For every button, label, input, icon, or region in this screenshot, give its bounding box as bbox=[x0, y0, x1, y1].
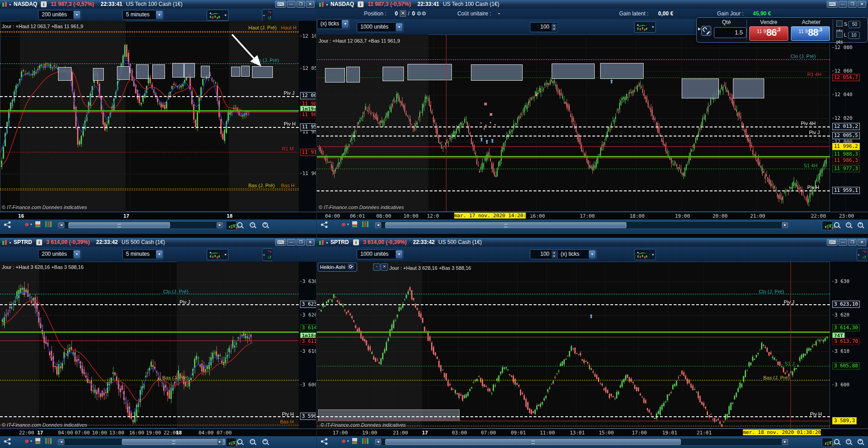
trader-icon[interactable]: ☻▼ bbox=[24, 438, 33, 444]
candles-canvas[interactable] bbox=[0, 262, 299, 429]
titlebar[interactable]: ▼ SPTRD i 3 614,00 (-0,39%) 22:33:42 US … bbox=[0, 238, 316, 247]
positions-icon[interactable] bbox=[362, 221, 369, 227]
buy-button[interactable]: 11 988,3 bbox=[791, 26, 830, 41]
maximize-button[interactable]: ❐ bbox=[296, 239, 305, 246]
time-axis[interactable]: 04:0006:0108:0010:0012:016:0017:0018:001… bbox=[317, 212, 868, 219]
chart-settings-button[interactable] bbox=[226, 438, 237, 447]
add-indicator-button[interactable]: + bbox=[373, 263, 380, 271]
scroll-left-icon[interactable]: ◀ bbox=[58, 222, 64, 228]
minimize-button[interactable]: — bbox=[839, 1, 847, 8]
gray-measure-bar[interactable] bbox=[318, 409, 460, 421]
chart-scrollbar[interactable]: ◀ ▶ bbox=[374, 221, 789, 229]
gear-icon[interactable]: ⚙⚙ bbox=[417, 10, 427, 17]
price-axis[interactable]: 3 6303 6203 6103 6003 623,103 614,3074T3… bbox=[832, 262, 867, 429]
orders-list-icon[interactable] bbox=[352, 221, 357, 227]
info-icon[interactable]: i bbox=[36, 239, 42, 245]
up-arrow-icon[interactable]: ▲ bbox=[552, 251, 557, 254]
zoom-in-icon[interactable]: + bbox=[857, 438, 864, 446]
tick-count-stepper[interactable]: 100▲▼ bbox=[530, 22, 558, 32]
titlebar[interactable]: ▼ NASDAQ i 11 987,3 (-0,57%) 22:33:41 US… bbox=[0, 0, 316, 9]
chart-area[interactable]: Clo (J. Pré)Piv JS1 JBas (J. Pré)Piv H⬆J… bbox=[317, 262, 868, 429]
time-axis[interactable]: 161718 bbox=[0, 212, 316, 219]
titlebar[interactable]: ▼ NASDAQ i 11 987,3 (-0,57%) 22:33:41 US… bbox=[317, 0, 868, 9]
scroll-left-icon[interactable]: ◀ bbox=[375, 222, 381, 228]
trader-icon[interactable]: ☻▼ bbox=[24, 221, 33, 228]
zoom-out-icon[interactable]: − bbox=[249, 222, 257, 229]
keyboard-icon[interactable]: ⌨ bbox=[827, 1, 838, 8]
info-icon[interactable]: i bbox=[358, 1, 364, 7]
trader-icon[interactable]: ☻▼ bbox=[340, 438, 349, 444]
limit-checkbox[interactable] bbox=[836, 31, 843, 38]
down-arrow-icon[interactable]: ▼ bbox=[552, 254, 557, 258]
chart-scrollbar[interactable]: ◀ ▶ bbox=[374, 438, 789, 446]
orders-list-icon[interactable] bbox=[35, 438, 40, 444]
expand-icon[interactable]: ▶ bbox=[698, 27, 701, 31]
up-arrow-icon[interactable]: ▲ bbox=[552, 24, 557, 27]
positions-icon[interactable] bbox=[45, 438, 52, 444]
zoom-out-icon[interactable]: − bbox=[249, 438, 257, 446]
scrollbar-thumb[interactable] bbox=[68, 222, 170, 228]
chart-type-button[interactable]: +↓▼ bbox=[207, 249, 228, 260]
scroll-right-icon[interactable]: ▶ bbox=[782, 439, 788, 445]
trader-icon[interactable]: ☻▼ bbox=[340, 221, 349, 228]
chart-area[interactable]: Clo (J. Pré)R1 4HPiv 4HPiv JS1 4HPiv H✖✖… bbox=[317, 34, 868, 212]
zoom-in-icon[interactable]: + bbox=[262, 222, 269, 229]
candles-canvas[interactable] bbox=[317, 34, 830, 212]
zoom-out-icon[interactable]: − bbox=[845, 222, 853, 229]
titlebar[interactable]: ▼ SPTRD i 3 614,00 (-0,39%) 22:33:42 US … bbox=[317, 238, 868, 247]
down-arrow-icon[interactable]: ▼ bbox=[552, 27, 557, 31]
tick-unit-select[interactable]: (x) ticks▼ bbox=[557, 249, 596, 259]
minimize-button[interactable]: — bbox=[839, 239, 847, 246]
orders-list-icon[interactable] bbox=[352, 438, 357, 444]
wrench-icon[interactable] bbox=[701, 26, 711, 36]
chart-settings-button[interactable] bbox=[822, 221, 833, 230]
units-select[interactable]: 1000 unités▼ bbox=[357, 22, 403, 32]
close-button[interactable]: ✕ bbox=[306, 1, 315, 8]
minimize-button[interactable]: — bbox=[287, 1, 296, 8]
scroll-left-icon[interactable]: ◀ bbox=[58, 439, 64, 445]
share-icon[interactable] bbox=[4, 221, 11, 228]
scroll-left-icon[interactable]: ◀ bbox=[375, 439, 381, 445]
candles-canvas[interactable] bbox=[317, 262, 830, 429]
time-axis[interactable]: 22:001704:0007:0010:0013:0016:0019:0022:… bbox=[0, 429, 316, 436]
sell-button[interactable]: 11 986,3 bbox=[749, 26, 788, 41]
share-icon[interactable] bbox=[4, 438, 11, 445]
zoom-in-icon[interactable]: + bbox=[857, 222, 864, 229]
orders-list-icon[interactable] bbox=[35, 221, 40, 227]
chart-area[interactable]: Haut (J. Pré)Haut HClo (J. Pré)Piv JPiv … bbox=[0, 21, 316, 212]
chevron-down-icon[interactable]: ▼ bbox=[325, 241, 329, 244]
zoom-fit-icon[interactable] bbox=[834, 438, 841, 446]
units-select[interactable]: 200 unités▼ bbox=[38, 10, 81, 20]
tab-heikin-ashi[interactable]: Heikin-Ashi bbox=[318, 263, 357, 272]
info-icon[interactable]: i bbox=[353, 239, 359, 245]
close-button[interactable]: ✕ bbox=[858, 1, 866, 8]
timeframe-select[interactable]: 5 minutes▼ bbox=[122, 249, 164, 259]
share-icon[interactable] bbox=[320, 438, 328, 445]
indicator-tab[interactable]: ◂↷↺ bbox=[262, 9, 272, 22]
zoom-fit-icon[interactable] bbox=[834, 222, 841, 229]
share-icon[interactable] bbox=[320, 221, 328, 228]
zoom-out-icon[interactable]: − bbox=[845, 438, 853, 446]
zoom-fit-icon[interactable] bbox=[237, 222, 244, 229]
limit-value[interactable]: 10 bbox=[848, 32, 860, 39]
close-indicator-button[interactable]: ✕ bbox=[381, 263, 388, 271]
positions-icon[interactable] bbox=[45, 221, 52, 227]
chart-scrollbar[interactable]: ◀ ▶ bbox=[57, 221, 224, 229]
close-button[interactable]: ✕ bbox=[858, 239, 866, 246]
chart-settings-button[interactable] bbox=[822, 438, 833, 447]
keyboard-icon[interactable]: ⌨ bbox=[275, 239, 286, 246]
price-axis[interactable]: 3 6303 6203 6103 6003 623,103 614,301m18… bbox=[300, 262, 316, 429]
qty-input[interactable]: 1.5 bbox=[714, 27, 747, 38]
chart-settings-button[interactable] bbox=[226, 221, 237, 230]
scrollbar-thumb[interactable] bbox=[385, 222, 626, 228]
scroll-right-icon[interactable]: ▶ bbox=[782, 222, 788, 228]
chart-type-button[interactable]: +↓▼ bbox=[634, 249, 656, 260]
maximize-button[interactable]: ❐ bbox=[848, 239, 857, 246]
timeframe-select[interactable]: 5 minutes▼ bbox=[122, 10, 164, 20]
wrench-icon[interactable] bbox=[348, 264, 354, 269]
info-icon[interactable]: i bbox=[41, 1, 47, 7]
scroll-right-icon[interactable]: ▶ bbox=[217, 222, 223, 228]
indicator-tab[interactable]: ◂↷↺ bbox=[262, 248, 272, 261]
scroll-right-icon[interactable]: ▶ bbox=[217, 439, 223, 445]
price-axis[interactable]: 12 10012 05011 95011 90012 005,511 988,3… bbox=[300, 21, 316, 212]
